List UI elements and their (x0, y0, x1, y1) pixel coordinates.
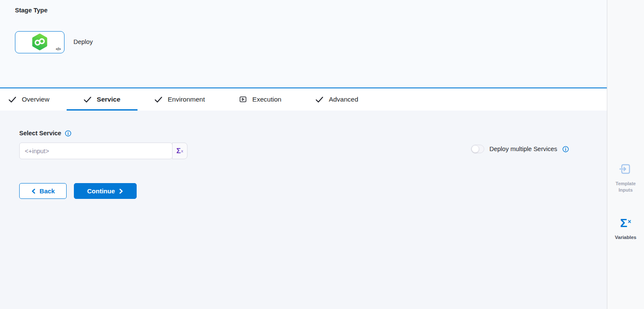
toggle-knob (471, 145, 479, 153)
sigma-glyph: Σ (620, 217, 627, 230)
execution-icon (239, 96, 247, 103)
deploy-multiple-services-row: Deploy multiple Services (471, 145, 569, 153)
tab-execution[interactable]: Execution (222, 88, 299, 111)
x-glyph: × (628, 218, 631, 225)
tab-label: Execution (252, 96, 281, 103)
check-icon (9, 96, 16, 103)
tab-label: Environment (168, 96, 205, 103)
template-inputs-label: Template Inputs (610, 181, 641, 193)
select-service-input[interactable] (19, 143, 173, 159)
check-icon (84, 96, 91, 103)
variables-button[interactable]: Σ× Variables (607, 217, 644, 241)
tab-advanced[interactable]: Advanced (299, 88, 375, 111)
template-inputs-icon (619, 162, 632, 176)
continue-button[interactable]: Continue (74, 183, 137, 199)
sigma-icon: Σ (176, 147, 181, 154)
deploy-multiple-services-label: Deploy multiple Services (489, 146, 557, 152)
variables-sigma-icon: Σ× (620, 217, 631, 230)
template-inputs-button[interactable]: Template Inputs (607, 162, 644, 193)
stage-type-label: Stage Type (15, 7, 47, 14)
continue-button-label: Continue (87, 187, 115, 195)
info-icon[interactable] (65, 130, 71, 137)
deploy-multiple-services-toggle[interactable] (471, 145, 484, 153)
tab-label: Advanced (329, 96, 358, 103)
tab-service[interactable]: Service (67, 88, 138, 111)
service-tab-content: Select Service Σx Deploy multiple Servic… (0, 111, 607, 308)
sigma-superscript: x (181, 149, 183, 153)
info-icon[interactable] (562, 146, 569, 152)
tab-label: Overview (22, 96, 50, 103)
variables-label: Variables (610, 234, 641, 241)
deploy-hexagon-icon (31, 33, 48, 50)
yaml-code-icon[interactable]: </> (56, 47, 61, 51)
tab-label: Service (97, 96, 120, 103)
stage-type-panel: Stage Type </> Deploy (0, 0, 607, 88)
runtime-input-sigma-button[interactable]: Σx (172, 143, 187, 159)
select-service-row: Select Service (19, 130, 71, 137)
tab-overview[interactable]: Overview (0, 88, 67, 111)
back-button[interactable]: Back (19, 183, 67, 199)
stage-tab-bar: Overview Service Environment Execution A… (0, 88, 607, 111)
stage-card-title: Deploy (73, 38, 93, 45)
select-service-label: Select Service (19, 130, 61, 137)
tab-environment[interactable]: Environment (138, 88, 222, 111)
right-rail: Template Inputs Σ× Variables (607, 0, 644, 309)
back-button-label: Back (40, 187, 55, 195)
check-icon (155, 96, 162, 103)
chevron-right-icon (119, 189, 123, 194)
select-service-input-group: Σx (19, 143, 187, 159)
check-icon (316, 96, 323, 103)
deploy-stage-card[interactable]: </> (15, 31, 64, 53)
main-panel: Stage Type </> Deploy (0, 0, 607, 309)
navigation-buttons: Back Continue (19, 183, 137, 199)
chevron-left-icon (31, 189, 36, 194)
